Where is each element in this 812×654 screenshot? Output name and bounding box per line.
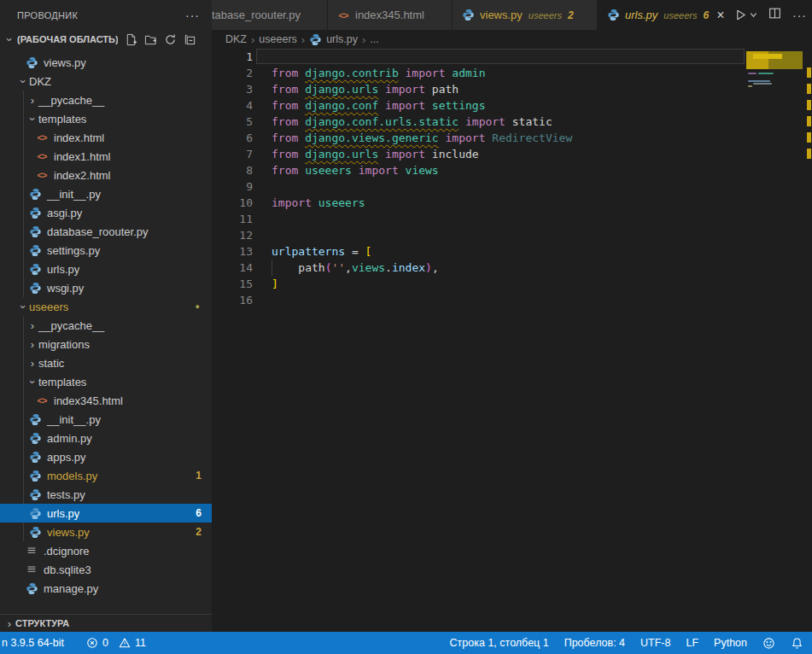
line-number: 16	[212, 292, 272, 308]
tree-item-migrations[interactable]: ›migrations	[0, 335, 212, 353]
chevron-down-icon: ›	[26, 113, 39, 125]
warning-mark	[807, 132, 811, 143]
tab-urls.py[interactable]: urls.pyuseeers6×	[598, 0, 734, 30]
tree-item-index1.html[interactable]: <>index1.html	[0, 147, 212, 166]
breadcrumb-item[interactable]: urls.py	[326, 33, 358, 45]
tree-item-models.py[interactable]: models.py1	[0, 466, 212, 485]
tab-label: urls.py	[625, 9, 657, 21]
chevron-down-icon: ›	[3, 33, 16, 45]
tree-item-db.sqlite3[interactable]: db.sqlite3	[0, 560, 212, 579]
tree-item-settings.py[interactable]: settings.py	[0, 241, 212, 260]
new-folder-icon[interactable]	[144, 33, 157, 46]
minimap-warning-block	[746, 51, 803, 69]
indentation[interactable]: Пробелов: 4	[564, 637, 625, 649]
breadcrumb-item[interactable]: DKZ	[225, 33, 247, 45]
tree-item-__pycache__[interactable]: ›__pycache__	[0, 316, 212, 335]
tree-item-__pycache__[interactable]: ›__pycache__	[0, 91, 212, 109]
code-line-9[interactable]: 9	[212, 178, 812, 195]
tree-item-tests.py[interactable]: tests.py	[0, 485, 212, 504]
refresh-icon[interactable]	[164, 33, 177, 46]
tree-item-label: __init__.py	[47, 188, 101, 201]
code-line-12[interactable]: 12	[212, 227, 812, 243]
tab-description: useeers	[529, 10, 562, 20]
line-number: 1	[212, 49, 272, 65]
close-icon[interactable]: ×	[716, 9, 724, 22]
code-line-8[interactable]: 8from useeers import views	[212, 162, 812, 178]
outline-section-header[interactable]: › СТРУКТУРА	[0, 614, 212, 632]
tree-item-views.py[interactable]: views.py2	[0, 523, 212, 541]
code-line-2[interactable]: 2from django.contrib import admin	[212, 65, 812, 81]
tree-item-templates[interactable]: ›templates	[0, 372, 212, 391]
tab-label: tabase_roouter.py	[212, 9, 301, 21]
code-line-1[interactable]: 1	[212, 49, 812, 65]
tree-item-DKZ[interactable]: ›DKZ	[0, 72, 212, 91]
warning-icon	[119, 637, 131, 649]
notifications-bell-icon[interactable]	[791, 637, 803, 650]
minimap[interactable]	[745, 49, 806, 632]
py-file-icon	[28, 488, 42, 501]
warning-mark	[807, 84, 811, 94]
code-line-3[interactable]: 3from django.urls import path	[212, 81, 812, 97]
tab-views.py[interactable]: views.pyuseeers2	[453, 0, 598, 30]
code-line-16[interactable]: 16	[212, 292, 812, 308]
tab-tabase_roouter.py[interactable]: tabase_roouter.py	[212, 0, 328, 30]
minimap-code-mark	[748, 73, 757, 74]
tree-item-__init__.py[interactable]: __init__.py	[0, 410, 212, 429]
breadcrumb-separator: ›	[301, 33, 305, 46]
tree-item-urls.py[interactable]: urls.py6	[0, 504, 212, 523]
tree-item-asgi.py[interactable]: asgi.py	[0, 203, 212, 222]
tree-item-urls.py[interactable]: urls.py	[0, 260, 212, 278]
tree-item-.dcignore[interactable]: .dcignore	[0, 541, 212, 560]
tree-item-__init__.py[interactable]: __init__.py	[0, 184, 212, 203]
run-button[interactable]	[734, 9, 757, 21]
code-line-6[interactable]: 6from django.views.generic import Redire…	[212, 130, 812, 146]
code-line-4[interactable]: 4from django.conf import settings	[212, 97, 812, 114]
tree-item-templates[interactable]: ›templates	[0, 109, 212, 128]
code-text: from django.contrib import admin	[272, 65, 485, 81]
breadcrumb-item[interactable]: useeers	[259, 33, 296, 45]
language-mode[interactable]: Python	[714, 637, 747, 649]
tree-item-label: admin.py	[47, 432, 92, 445]
tree-item-index2.html[interactable]: <>index2.html	[0, 166, 212, 184]
code-line-13[interactable]: 13urlpatterns = [	[212, 243, 812, 260]
code-text: from django.views.generic import Redirec…	[272, 130, 572, 146]
code-text: from django.conf.urls.static import stat…	[272, 114, 552, 130]
tree-item-index345.html[interactable]: <>index345.html	[0, 391, 212, 410]
warning-mark	[807, 100, 811, 110]
tree-item-manage.py[interactable]: manage.py	[0, 579, 212, 598]
tree-item-static[interactable]: ›static	[0, 353, 212, 372]
workspace-section-header[interactable]: › (РАБОЧАЯ ОБЛАСТЬ) ...	[0, 30, 212, 49]
tree-item-admin.py[interactable]: admin.py	[0, 429, 212, 447]
tree-item-views.py[interactable]: views.py	[0, 53, 212, 72]
code-editor[interactable]: 12from django.contrib import admin3from …	[212, 49, 812, 632]
code-line-5[interactable]: 5from django.conf.urls.static import sta…	[212, 114, 812, 130]
new-file-icon[interactable]	[125, 33, 137, 46]
explorer-more-actions-icon[interactable]: ···	[185, 9, 200, 22]
tree-item-database_roouter.py[interactable]: database_roouter.py	[0, 222, 212, 241]
chevron-right-icon: ›	[26, 338, 38, 351]
more-actions-icon[interactable]: ···	[792, 9, 807, 22]
python-interpreter[interactable]: n 3.9.5 64-bit	[2, 637, 64, 649]
code-line-10[interactable]: 10import useeers	[212, 195, 812, 211]
eol-sequence[interactable]: LF	[686, 637, 698, 649]
breadcrumb-separator: ›	[362, 33, 365, 46]
cursor-position[interactable]: Строка 1, столбец 1	[450, 637, 549, 649]
tree-item-apps.py[interactable]: apps.py	[0, 447, 212, 466]
feedback-icon[interactable]	[762, 637, 775, 650]
code-line-15[interactable]: 15]	[212, 276, 812, 292]
tree-item-wsgi.py[interactable]: wsgi.py	[0, 278, 212, 297]
tree-item-index.html[interactable]: <>index.html	[0, 128, 212, 147]
tree-item-label: __pycache__	[38, 94, 104, 107]
code-line-14[interactable]: 14 path('',views.index),	[212, 260, 812, 276]
code-line-11[interactable]: 11	[212, 211, 812, 227]
code-line-7[interactable]: 7from django.urls import include	[212, 146, 812, 162]
tab-index345.html[interactable]: <>index345.html	[328, 0, 453, 30]
problems-indicator[interactable]: 0 11	[86, 637, 146, 649]
tree-item-label: index345.html	[54, 394, 123, 407]
encoding[interactable]: UTF-8	[640, 637, 670, 649]
breadcrumb-item[interactable]: ...	[370, 33, 378, 45]
tree-item-useeers[interactable]: ›useeers●	[0, 297, 212, 316]
tree-item-label: db.sqlite3	[44, 563, 91, 576]
collapse-all-icon[interactable]	[184, 33, 196, 46]
split-editor-icon[interactable]	[768, 7, 781, 23]
